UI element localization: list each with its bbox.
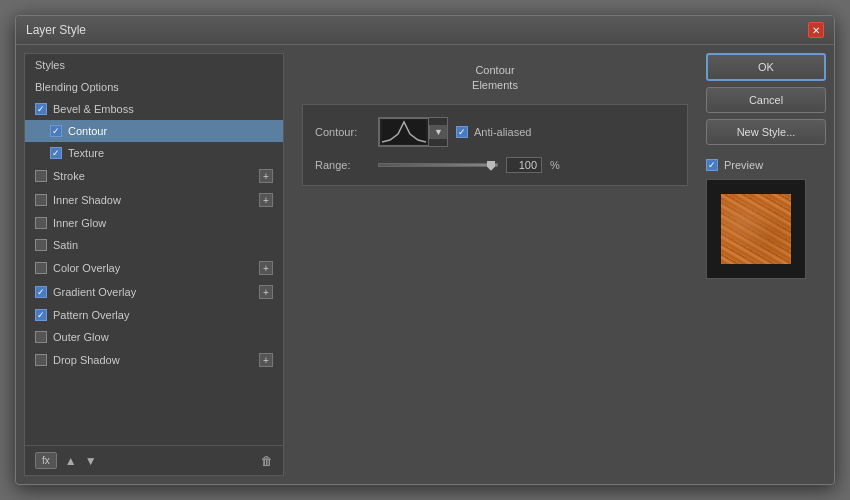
sidebar-item-pattern-overlay[interactable]: Pattern Overlay bbox=[25, 304, 283, 326]
dialog-title: Layer Style bbox=[26, 23, 86, 37]
satin-checkbox[interactable] bbox=[35, 239, 47, 251]
move-down-button[interactable]: ▼ bbox=[85, 454, 97, 468]
fx-button[interactable]: fx bbox=[35, 452, 57, 469]
inner-glow-checkbox[interactable] bbox=[35, 217, 47, 229]
sidebar-item-blending[interactable]: Blending Options bbox=[25, 76, 283, 98]
range-label: Range: bbox=[315, 159, 370, 171]
stroke-label: Stroke bbox=[53, 170, 85, 182]
layer-list: Styles Blending Options Bevel & Emboss C… bbox=[25, 54, 283, 445]
sidebar-item-outer-glow[interactable]: Outer Glow bbox=[25, 326, 283, 348]
gradient-overlay-add-button[interactable]: + bbox=[259, 285, 273, 299]
contour-row: Contour: ▼ Anti-aliased bbox=[315, 117, 675, 147]
inner-shadow-checkbox[interactable] bbox=[35, 194, 47, 206]
right-panel: OK Cancel New Style... Preview bbox=[706, 53, 826, 476]
sidebar-item-inner-shadow[interactable]: Inner Shadow + bbox=[25, 188, 283, 212]
contour-elements-title: ContourElements bbox=[302, 63, 688, 94]
outer-glow-checkbox[interactable] bbox=[35, 331, 47, 343]
sidebar-item-contour[interactable]: Contour bbox=[25, 120, 283, 142]
preview-label: Preview bbox=[724, 159, 763, 171]
stroke-checkbox[interactable] bbox=[35, 170, 47, 182]
inner-shadow-add-button[interactable]: + bbox=[259, 193, 273, 207]
preview-section: Preview bbox=[706, 159, 826, 279]
color-overlay-checkbox[interactable] bbox=[35, 262, 47, 274]
texture-label: Texture bbox=[68, 147, 104, 159]
stroke-add-button[interactable]: + bbox=[259, 169, 273, 183]
texture-checkbox[interactable] bbox=[50, 147, 62, 159]
range-unit-label: % bbox=[550, 159, 560, 171]
contour-dropdown-arrow[interactable]: ▼ bbox=[429, 125, 447, 139]
cancel-button[interactable]: Cancel bbox=[706, 87, 826, 113]
drop-shadow-add-button[interactable]: + bbox=[259, 353, 273, 367]
anti-aliased-label: Anti-aliased bbox=[474, 126, 531, 138]
inner-shadow-label: Inner Shadow bbox=[53, 194, 121, 206]
move-up-button[interactable]: ▲ bbox=[65, 454, 77, 468]
outer-glow-label: Outer Glow bbox=[53, 331, 109, 343]
sidebar-item-stroke[interactable]: Stroke + bbox=[25, 164, 283, 188]
preview-texture bbox=[721, 194, 791, 264]
contour-preview[interactable] bbox=[379, 118, 429, 146]
pattern-overlay-label: Pattern Overlay bbox=[53, 309, 129, 321]
contour-elements-section: Contour: ▼ Anti-aliased bbox=[302, 104, 688, 186]
sidebar-item-bevel[interactable]: Bevel & Emboss bbox=[25, 98, 283, 120]
blending-label: Blending Options bbox=[35, 81, 119, 93]
title-bar: Layer Style ✕ bbox=[16, 16, 834, 45]
sidebar-item-drop-shadow[interactable]: Drop Shadow + bbox=[25, 348, 283, 372]
preview-check-row: Preview bbox=[706, 159, 826, 171]
delete-button[interactable]: 🗑 bbox=[261, 454, 273, 468]
gradient-overlay-checkbox[interactable] bbox=[35, 286, 47, 298]
bevel-checkbox[interactable] bbox=[35, 103, 47, 115]
inner-glow-label: Inner Glow bbox=[53, 217, 106, 229]
anti-aliased-checkbox[interactable] bbox=[456, 126, 468, 138]
left-panel: Styles Blending Options Bevel & Emboss C… bbox=[24, 53, 284, 476]
drop-shadow-checkbox[interactable] bbox=[35, 354, 47, 366]
left-panel-footer: fx ▲ ▼ 🗑 bbox=[25, 445, 283, 475]
range-row: Range: % bbox=[315, 157, 675, 173]
middle-panel: ContourElements Contour: ▼ bbox=[292, 53, 698, 476]
sidebar-item-satin[interactable]: Satin bbox=[25, 234, 283, 256]
contour-dropdown[interactable]: ▼ bbox=[378, 117, 448, 147]
satin-label: Satin bbox=[53, 239, 78, 251]
preview-box bbox=[706, 179, 806, 279]
sidebar-item-gradient-overlay[interactable]: Gradient Overlay + bbox=[25, 280, 283, 304]
contour-field-label: Contour: bbox=[315, 126, 370, 138]
close-button[interactable]: ✕ bbox=[808, 22, 824, 38]
sidebar-item-texture[interactable]: Texture bbox=[25, 142, 283, 164]
new-style-button[interactable]: New Style... bbox=[706, 119, 826, 145]
preview-checkbox[interactable] bbox=[706, 159, 718, 171]
contour-label: Contour bbox=[68, 125, 107, 137]
gradient-overlay-label: Gradient Overlay bbox=[53, 286, 136, 298]
ok-button[interactable]: OK bbox=[706, 53, 826, 81]
sidebar-item-inner-glow[interactable]: Inner Glow bbox=[25, 212, 283, 234]
layer-style-dialog: Layer Style ✕ Styles Blending Options Be… bbox=[15, 15, 835, 485]
sidebar-item-styles[interactable]: Styles bbox=[25, 54, 283, 76]
contour-checkbox[interactable] bbox=[50, 125, 62, 137]
bevel-label: Bevel & Emboss bbox=[53, 103, 134, 115]
range-value-input[interactable] bbox=[506, 157, 542, 173]
contour-curve-svg bbox=[382, 120, 426, 144]
range-slider-handle[interactable] bbox=[487, 161, 495, 171]
styles-label: Styles bbox=[35, 59, 65, 71]
color-overlay-add-button[interactable]: + bbox=[259, 261, 273, 275]
sidebar-item-color-overlay[interactable]: Color Overlay + bbox=[25, 256, 283, 280]
range-slider[interactable] bbox=[378, 163, 498, 167]
anti-alias-row: Anti-aliased bbox=[456, 126, 531, 138]
dialog-body: Styles Blending Options Bevel & Emboss C… bbox=[16, 45, 834, 484]
pattern-overlay-checkbox[interactable] bbox=[35, 309, 47, 321]
color-overlay-label: Color Overlay bbox=[53, 262, 120, 274]
drop-shadow-label: Drop Shadow bbox=[53, 354, 120, 366]
